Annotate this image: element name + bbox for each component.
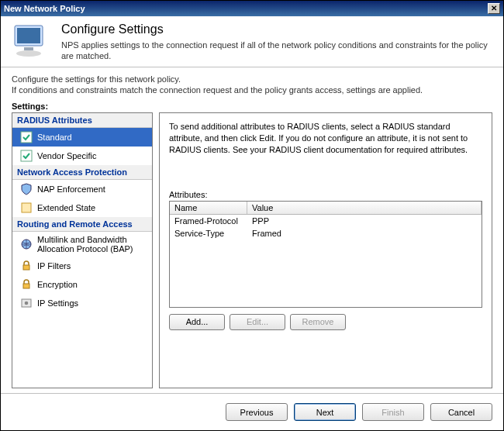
edit-button[interactable]: Edit... (230, 314, 285, 330)
instruction-line: If conditions and constraints match the … (12, 84, 494, 95)
sidebar-item-standard[interactable]: Standard (12, 128, 152, 147)
finish-button[interactable]: Finish (362, 403, 424, 421)
svg-point-3 (16, 50, 41, 57)
cell-name: Service-Type (170, 228, 247, 239)
remove-button[interactable]: Remove (290, 314, 346, 330)
page-subtitle: NPS applies settings to the connection r… (61, 40, 494, 62)
cell-value: PPP (247, 216, 482, 226)
instructions: Configure the settings for this network … (1, 67, 503, 98)
lock-icon (20, 278, 33, 291)
settings-label: Settings: (1, 97, 503, 112)
table-header: Name Value (170, 202, 482, 215)
sidebar-item-ip-filters[interactable]: IP Filters (12, 257, 152, 275)
svg-point-11 (25, 302, 29, 305)
detail-description: To send additional attributes to RADIUS … (169, 121, 482, 156)
titlebar: New Network Policy ✕ (1, 1, 503, 16)
wizard-header: Configure Settings NPS applies settings … (1, 16, 503, 67)
cell-name: Framed-Protocol (170, 216, 247, 226)
attributes-label: Attributes: (169, 190, 482, 199)
settings-icon (20, 297, 33, 309)
sidebar-item-vendor-specific[interactable]: Vendor Specific (12, 147, 152, 165)
sidebar-item-extended-state[interactable]: Extended State (12, 198, 152, 217)
cancel-button[interactable]: Cancel (430, 403, 492, 421)
svg-rect-2 (24, 47, 33, 50)
svg-rect-6 (22, 203, 31, 212)
window-title: New Network Policy (4, 4, 488, 13)
check-icon (20, 131, 33, 143)
svg-rect-8 (23, 265, 29, 270)
detail-panel: To send additional attributes to RADIUS … (159, 112, 492, 388)
next-button[interactable]: Next (294, 403, 356, 421)
sidebar-item-bap[interactable]: Multilink and Bandwidth Allocation Proto… (12, 232, 152, 257)
instruction-line: Configure the settings for this network … (12, 74, 494, 84)
table-row[interactable]: Framed-Protocol PPP (170, 215, 482, 227)
column-name[interactable]: Name (170, 202, 247, 214)
svg-rect-5 (21, 150, 32, 161)
sidebar-item-label: Standard (37, 133, 72, 142)
sidebar-item-label: Encryption (37, 280, 78, 289)
sidebar-item-encryption[interactable]: Encryption (12, 275, 152, 294)
svg-rect-1 (17, 28, 40, 43)
category-nap: Network Access Protection (12, 165, 152, 180)
svg-rect-4 (21, 132, 32, 143)
check-icon (20, 150, 33, 162)
close-icon[interactable]: ✕ (488, 3, 500, 14)
attributes-table[interactable]: Name Value Framed-Protocol PPP Service-T… (169, 201, 482, 308)
shield-icon (20, 183, 33, 195)
settings-tree[interactable]: RADIUS Attributes Standard Vendor Specif… (12, 112, 153, 388)
svg-rect-9 (23, 284, 29, 288)
wizard-footer: Previous Next Finish Cancel (1, 393, 503, 430)
globe-icon (20, 238, 33, 250)
category-radius-attributes: RADIUS Attributes (12, 113, 152, 128)
column-value[interactable]: Value (247, 202, 482, 214)
previous-button[interactable]: Previous (226, 403, 288, 421)
wizard-window: New Network Policy ✕ Configure Settings … (0, 0, 504, 431)
sidebar-item-label: Extended State (37, 203, 95, 212)
table-row[interactable]: Service-Type Framed (170, 227, 482, 240)
state-icon (20, 202, 33, 214)
add-button[interactable]: Add... (169, 314, 225, 330)
sidebar-item-label: IP Filters (37, 261, 71, 271)
cell-value: Framed (247, 228, 482, 239)
sidebar-item-label: IP Settings (37, 298, 78, 308)
sidebar-item-ip-settings[interactable]: IP Settings (12, 294, 152, 312)
lock-icon (20, 260, 33, 272)
page-title: Configure Settings (61, 22, 494, 36)
sidebar-item-label: Vendor Specific (37, 151, 96, 160)
sidebar-item-label: Multilink and Bandwidth Allocation Proto… (37, 235, 147, 253)
category-rras: Routing and Remote Access (12, 217, 152, 232)
sidebar-item-nap-enforcement[interactable]: NAP Enforcement (12, 180, 152, 198)
monitor-icon (10, 22, 54, 60)
sidebar-item-label: NAP Enforcement (37, 184, 105, 194)
